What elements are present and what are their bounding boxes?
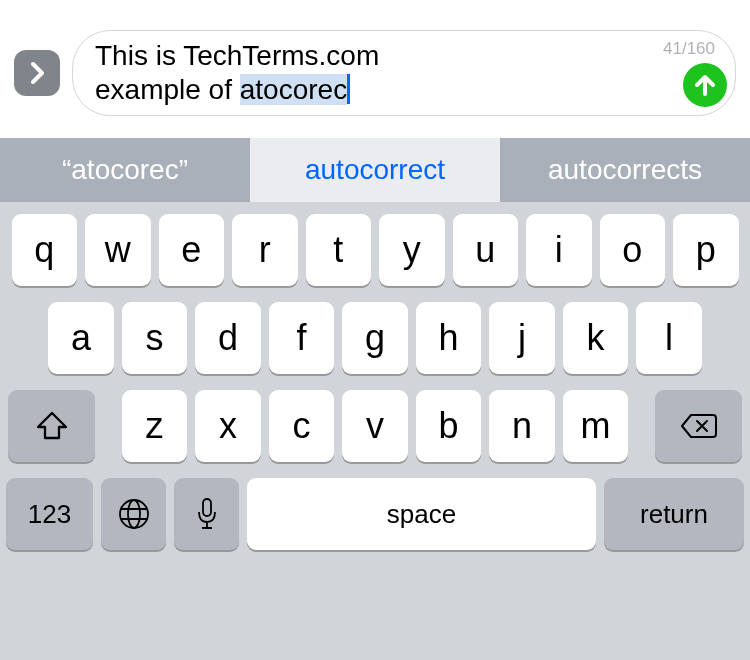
- suggestion-item[interactable]: “atocorec”: [0, 138, 250, 202]
- text-cursor: [347, 74, 350, 104]
- key-s[interactable]: s: [122, 302, 188, 374]
- send-button[interactable]: [683, 63, 727, 107]
- key-m[interactable]: m: [563, 390, 629, 462]
- message-input[interactable]: 41/160 This is TechTerms.com example of …: [72, 30, 736, 116]
- key-g[interactable]: g: [342, 302, 408, 374]
- backspace-key[interactable]: [655, 390, 742, 462]
- globe-icon: [117, 497, 151, 531]
- key-y[interactable]: y: [379, 214, 445, 286]
- key-c[interactable]: c: [269, 390, 335, 462]
- key-e[interactable]: e: [159, 214, 225, 286]
- mic-key[interactable]: [174, 478, 239, 550]
- compose-area: 41/160 This is TechTerms.com example of …: [0, 0, 750, 138]
- key-p[interactable]: p: [673, 214, 739, 286]
- key-l[interactable]: l: [636, 302, 702, 374]
- keyboard-row-2: a s d f g h j k l: [6, 302, 744, 374]
- space-key[interactable]: space: [247, 478, 596, 550]
- key-d[interactable]: d: [195, 302, 261, 374]
- key-f[interactable]: f: [269, 302, 335, 374]
- key-i[interactable]: i: [526, 214, 592, 286]
- keyboard-row-4: 123 space return: [6, 478, 744, 550]
- svg-point-1: [128, 500, 140, 528]
- backspace-icon: [680, 413, 718, 439]
- shift-icon: [36, 411, 68, 441]
- numbers-key[interactable]: 123: [6, 478, 93, 550]
- key-u[interactable]: u: [453, 214, 519, 286]
- key-v[interactable]: v: [342, 390, 408, 462]
- keyboard: q w e r t y u i o p a s d f g h j k l z …: [0, 202, 750, 660]
- key-t[interactable]: t: [306, 214, 372, 286]
- key-b[interactable]: b: [416, 390, 482, 462]
- key-z[interactable]: z: [122, 390, 188, 462]
- expand-button[interactable]: [14, 50, 60, 96]
- highlighted-word: atocorec: [240, 74, 347, 105]
- keyboard-row-1: q w e r t y u i o p: [6, 214, 744, 286]
- key-o[interactable]: o: [600, 214, 666, 286]
- key-r[interactable]: r: [232, 214, 298, 286]
- svg-point-0: [120, 500, 148, 528]
- mic-icon: [195, 496, 219, 532]
- key-j[interactable]: j: [489, 302, 555, 374]
- globe-key[interactable]: [101, 478, 166, 550]
- key-n[interactable]: n: [489, 390, 555, 462]
- key-h[interactable]: h: [416, 302, 482, 374]
- char-count: 41/160: [663, 39, 715, 59]
- suggestion-item[interactable]: autocorrect: [250, 138, 500, 202]
- chevron-right-icon: [28, 61, 46, 85]
- suggestion-item[interactable]: autocorrects: [500, 138, 750, 202]
- suggestion-bar: “atocorec” autocorrect autocorrects: [0, 138, 750, 202]
- shift-key[interactable]: [8, 390, 95, 462]
- message-text: This is TechTerms.com example of atocore…: [95, 39, 379, 107]
- key-w[interactable]: w: [85, 214, 151, 286]
- key-q[interactable]: q: [12, 214, 78, 286]
- keyboard-row-3: z x c v b n m: [6, 390, 744, 462]
- return-key[interactable]: return: [604, 478, 744, 550]
- key-a[interactable]: a: [48, 302, 114, 374]
- arrow-up-icon: [694, 73, 716, 97]
- key-k[interactable]: k: [563, 302, 629, 374]
- svg-rect-2: [203, 499, 211, 516]
- key-x[interactable]: x: [195, 390, 261, 462]
